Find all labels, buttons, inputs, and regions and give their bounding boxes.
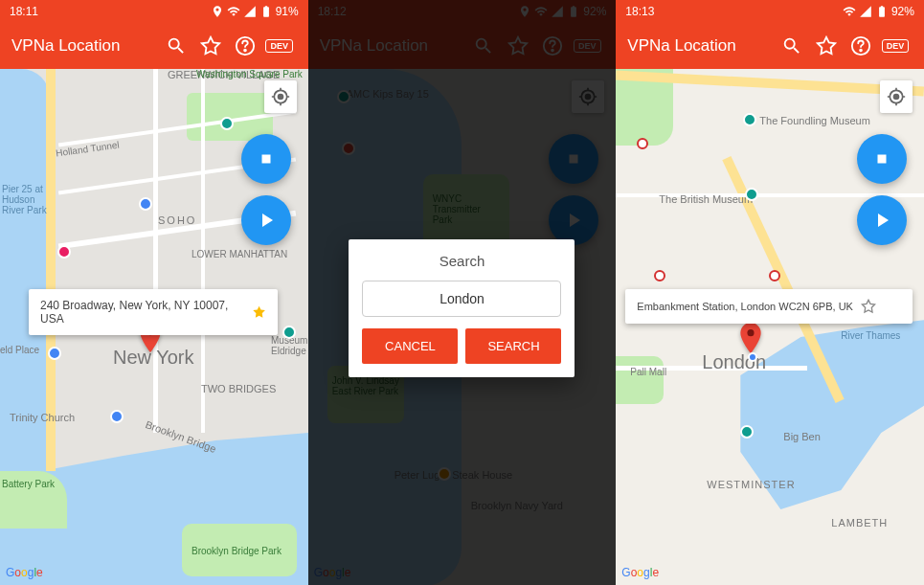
info-address: Embankment Station, London WC2N 6PB, UK	[637, 301, 853, 312]
google-logo: Google	[621, 566, 659, 579]
screen-london: 18:13 92% VPNa Location DEV The Foundlin…	[616, 0, 924, 585]
help-button[interactable]	[228, 29, 262, 63]
poi-icon	[139, 197, 152, 211]
star-filled-icon[interactable]	[252, 304, 266, 320]
label-westminster: WESTMINSTER	[707, 479, 795, 490]
search-button[interactable]	[775, 29, 809, 63]
status-battery: 91%	[276, 5, 299, 18]
search-button[interactable]: SEARCH	[465, 328, 561, 364]
my-location-button[interactable]	[264, 80, 297, 113]
label-lambeth: LAMBETH	[831, 517, 888, 529]
label-pallmall: Pall Mall	[630, 367, 666, 377]
stop-fab[interactable]	[857, 134, 907, 184]
wifi-icon	[227, 5, 240, 18]
label-soho: SOHO	[158, 214, 196, 226]
svg-rect-10	[877, 155, 886, 164]
label-pier25: Pier 25 at Hudson River Park	[2, 184, 59, 215]
wifi-icon	[843, 5, 856, 18]
label-twobridges: TWO BRIDGES	[201, 383, 276, 394]
play-fab[interactable]	[241, 195, 291, 245]
poi-icon	[48, 347, 61, 360]
label-wsp: Washington Square Park	[196, 69, 303, 79]
svg-point-9	[748, 329, 755, 336]
poi-icon	[220, 117, 234, 130]
location-icon	[211, 5, 224, 18]
app-title: VPNa Location	[627, 36, 775, 56]
map[interactable]: GREENWICH VILLAGE Washington Square Park…	[0, 69, 308, 585]
google-logo: Google	[6, 566, 43, 579]
app-bar: VPNa Location DEV	[616, 23, 924, 69]
signal-icon	[243, 5, 257, 18]
battery-icon	[259, 5, 273, 18]
search-dialog: Search CANCEL SEARCH	[349, 239, 575, 377]
label-british: The British Museum	[659, 193, 753, 205]
dev-badge: DEV	[262, 29, 297, 63]
play-fab[interactable]	[857, 195, 907, 245]
status-bar: 18:13 92%	[616, 0, 924, 23]
svg-point-1	[244, 50, 246, 52]
poi-icon	[743, 113, 756, 126]
poi-icon	[110, 410, 124, 423]
label-battery: Battery Park	[2, 479, 55, 489]
status-icons: 92%	[843, 5, 914, 18]
app-bar: VPNa Location DEV	[0, 23, 308, 69]
label-bigben: Big Ben	[783, 431, 821, 442]
svg-rect-3	[261, 155, 270, 164]
status-bar: 18:11 91%	[0, 0, 308, 23]
label-trinity: Trinity Church	[10, 412, 75, 423]
search-input[interactable]	[362, 281, 561, 317]
dev-badge: DEV	[878, 29, 913, 63]
label-thames: River Thames	[841, 330, 900, 341]
status-battery: 92%	[891, 5, 914, 18]
map[interactable]: The Foundling Museum The British Museum …	[616, 69, 924, 585]
stop-fab[interactable]	[241, 134, 291, 184]
screen-newyork: 18:11 91% VPNa Location DEV GREENWI	[0, 0, 308, 585]
favorite-button[interactable]	[809, 29, 844, 63]
info-address: 240 Broadway, New York, NY 10007, USA	[40, 299, 244, 326]
signal-icon	[859, 5, 872, 18]
label-lowermh: LOWER MANHATTAN	[192, 249, 287, 259]
status-time: 18:13	[625, 5, 654, 18]
poi-icon	[57, 245, 71, 259]
my-location-button[interactable]	[880, 80, 913, 113]
cancel-button[interactable]: CANCEL	[362, 328, 458, 364]
battery-icon	[875, 5, 889, 18]
screen-search-dialog: 18:12 92% VPNa Location DEV AMC Kips Bay…	[308, 0, 617, 585]
status-time: 18:11	[10, 5, 38, 18]
poi-icon	[282, 326, 296, 339]
app-title: VPNa Location	[11, 36, 159, 56]
status-icons: 91%	[211, 5, 299, 18]
svg-point-8	[860, 50, 862, 52]
help-button[interactable]	[844, 29, 878, 63]
star-outline-icon[interactable]	[861, 299, 876, 314]
poi-icon	[745, 188, 758, 201]
info-window[interactable]: 240 Broadway, New York, NY 10007, USA	[29, 289, 278, 335]
tube-icon	[637, 138, 648, 149]
dialog-title: Search	[362, 253, 561, 269]
info-window[interactable]: Embankment Station, London WC2N 6PB, UK	[625, 289, 913, 324]
favorite-button[interactable]	[193, 29, 228, 63]
label-foundling: The Foundling Museum	[759, 115, 870, 126]
label-bkbp: Brooklyn Bridge Park	[192, 546, 282, 556]
label-field: eld Place	[0, 345, 39, 355]
search-button[interactable]	[159, 29, 193, 63]
location-pin-icon[interactable]	[740, 323, 761, 353]
tube-icon	[654, 270, 665, 281]
